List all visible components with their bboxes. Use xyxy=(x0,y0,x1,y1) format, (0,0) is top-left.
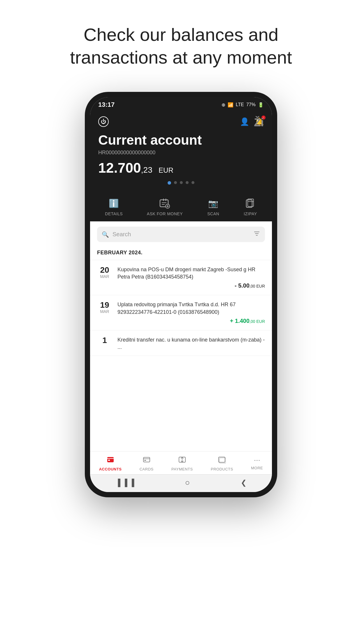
filter-icon[interactable] xyxy=(253,230,260,239)
more-label: MORE xyxy=(251,466,263,470)
signal-icon: ⊕ xyxy=(222,102,225,108)
action-details[interactable]: ℹ️ DETAILS xyxy=(105,197,123,216)
action-izipay[interactable]: IZIPAY xyxy=(244,197,257,216)
action-scan[interactable]: 📷 SCAN xyxy=(207,197,220,216)
nav-accounts[interactable]: ACCOUNTS xyxy=(96,454,125,473)
tx-date-1: 20 MAR xyxy=(97,266,112,279)
android-nav-bar: ▐ ▐ ▐ ○ ❮ xyxy=(90,474,272,492)
nav-cards[interactable]: CARDS xyxy=(136,454,157,473)
profile-icon[interactable]: 👤 xyxy=(240,117,249,126)
main-content: 🔍 Search FEBRUARY 2024. 20 xyxy=(90,221,272,474)
svg-rect-16 xyxy=(108,460,110,461)
app-header: ⏻ 👤 🔔 ! Current account Ži HR00000000000… xyxy=(90,112,272,193)
nav-more[interactable]: ··· MORE xyxy=(247,454,266,473)
table-row[interactable]: 19 MAR Uplata redovitog primanja Tvrtka … xyxy=(90,295,272,330)
android-home-btn[interactable]: ○ xyxy=(185,478,190,487)
payments-label: PAYMENTS xyxy=(171,467,193,471)
dot-3 xyxy=(180,181,183,184)
izipay-label: IZIPAY xyxy=(244,211,257,216)
account-title: Current account xyxy=(98,132,264,148)
svg-rect-19 xyxy=(144,460,146,461)
search-placeholder: Search xyxy=(113,231,250,238)
tx-amount-1: - 5.00,00 EUR xyxy=(117,282,265,289)
action-ask-for-money[interactable]: ASK FOR MONEY xyxy=(147,197,183,216)
headline-line2: transactions at any moment xyxy=(70,47,292,67)
balance-main: 12.700 xyxy=(98,160,141,176)
scan-icon: 📷 xyxy=(207,197,220,210)
header-top-row: ⏻ 👤 🔔 ! xyxy=(98,116,264,127)
accounts-icon xyxy=(106,456,115,466)
details-label: DETAILS xyxy=(105,211,123,216)
dot-4 xyxy=(186,181,189,184)
wifi-icon: 📶 xyxy=(228,102,233,108)
tx-desc-1: Kupovina na POS-u DM drogeri markt Zagre… xyxy=(117,266,265,281)
dot-5 xyxy=(191,181,194,184)
more-icon: ··· xyxy=(254,456,260,465)
transactions-list: 20 MAR Kupovina na POS-u DM drogeri mark… xyxy=(90,260,272,451)
phone-screen: 13:17 ⊕ 📶 LTE 77% 🔋 ⏻ 👤 🔔 ! xyxy=(90,97,272,492)
tx-details-3: Kreditni transfer nac. u kunama on-line … xyxy=(117,336,265,353)
svg-rect-14 xyxy=(107,457,114,462)
avatar-zi: Ži xyxy=(254,116,264,129)
battery-icon: 🔋 xyxy=(258,102,264,108)
tx-day-2: 19 xyxy=(97,301,112,309)
month-header: FEBRUARY 2024. xyxy=(90,247,272,260)
power-button[interactable]: ⏻ xyxy=(98,116,109,127)
tx-details-2: Uplata redovitog primanja Tvrtka Tvrtka … xyxy=(117,301,265,324)
camera-notch xyxy=(178,101,184,106)
tx-month-1: MAR xyxy=(97,274,112,279)
balance-decimals: ,23 xyxy=(141,165,152,174)
svg-rect-17 xyxy=(143,457,150,462)
balance-currency: EUR xyxy=(159,166,173,174)
scan-label: SCAN xyxy=(207,211,219,216)
account-iban: HR00000000000000000 xyxy=(98,150,264,156)
izipay-icon xyxy=(244,197,257,210)
details-icon: ℹ️ xyxy=(108,197,120,210)
nav-products[interactable]: PRODUCTS xyxy=(207,454,237,473)
tx-details-1: Kupovina na POS-u DM drogeri markt Zagre… xyxy=(117,266,265,289)
ask-money-label: ASK FOR MONEY xyxy=(147,211,183,216)
products-label: PRODUCTS xyxy=(211,467,233,471)
bottom-nav: ACCOUNTS CARDS xyxy=(90,451,272,474)
search-icon: 🔍 xyxy=(102,231,109,238)
android-recent-btn[interactable]: ▐ ▐ ▐ xyxy=(115,479,134,487)
status-icons: ⊕ 📶 LTE 77% 🔋 xyxy=(222,102,264,108)
cards-label: CARDS xyxy=(140,467,154,471)
tx-desc-3: Kreditni transfer nac. u kunama on-line … xyxy=(117,336,265,351)
dot-2 xyxy=(174,181,177,184)
tx-desc-2: Uplata redovitog primanja Tvrtka Tvrtka … xyxy=(117,301,265,316)
status-time: 13:17 xyxy=(98,101,115,108)
android-back-btn[interactable]: ❮ xyxy=(241,479,247,487)
tx-day-1: 20 xyxy=(97,266,112,274)
products-icon xyxy=(218,456,226,466)
nav-payments[interactable]: PAYMENTS xyxy=(168,454,196,473)
network-icon: LTE xyxy=(236,102,244,107)
battery-text: 77% xyxy=(246,102,256,107)
table-row[interactable]: 20 MAR Kupovina na POS-u DM drogeri mark… xyxy=(90,260,272,295)
account-balance: 12.700,23 EUR xyxy=(98,160,264,176)
search-bar[interactable]: 🔍 Search xyxy=(97,227,265,242)
payments-icon xyxy=(178,456,186,466)
tx-month-2: MAR xyxy=(97,309,112,314)
table-row[interactable]: 1 Kreditni transfer nac. u kunama on-lin… xyxy=(90,330,272,356)
tx-amount-2: + 1.400,00 EUR xyxy=(117,318,265,324)
tx-date-3: 1 xyxy=(97,336,112,344)
phone-shell: 13:17 ⊕ 📶 LTE 77% 🔋 ⏻ 👤 🔔 ! xyxy=(85,92,277,497)
accounts-label: ACCOUNTS xyxy=(99,467,122,471)
tx-day-3: 1 xyxy=(97,336,112,344)
ask-money-icon xyxy=(158,197,171,210)
quick-actions-bar: ℹ️ DETAILS ASK FOR MONEY xyxy=(90,193,272,221)
carousel-dots xyxy=(98,181,264,185)
tx-date-2: 19 MAR xyxy=(97,301,112,314)
cards-icon xyxy=(143,456,151,466)
dot-1 xyxy=(168,181,171,185)
headline-line1: Check our balances and xyxy=(84,24,279,45)
page-headline: Check our balances and transactions at a… xyxy=(70,23,292,69)
